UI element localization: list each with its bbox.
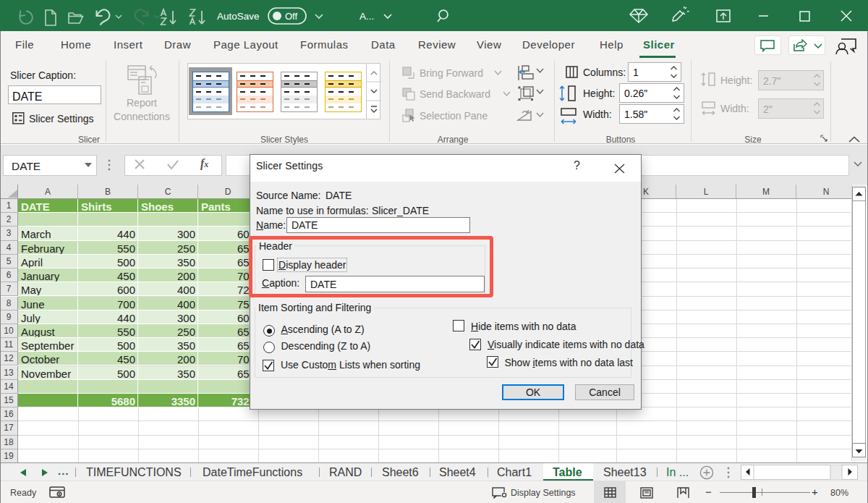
svg-text:A...: A... <box>359 11 374 22</box>
svg-text:Off: Off <box>285 11 297 22</box>
svg-text:AutoSave: AutoSave <box>217 11 260 22</box>
